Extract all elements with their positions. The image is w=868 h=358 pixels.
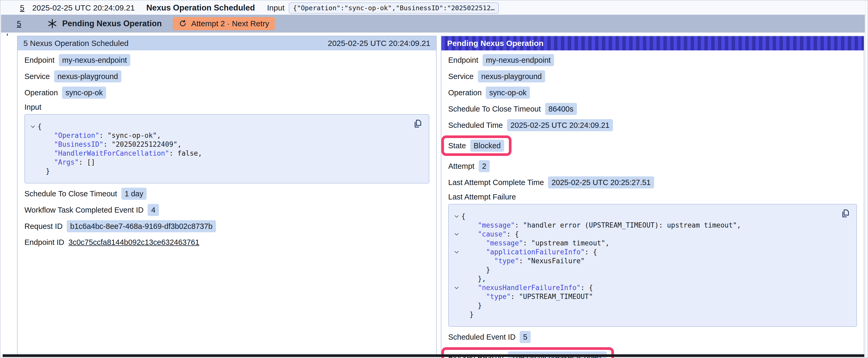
code-text: "HandlerWaitForCancellation": false, — [37, 149, 202, 158]
scheduled-card-timestamp: 2025-02-25 UTC 20:24:09.21 — [328, 39, 430, 48]
pending-card-title: Pending Nexus Operation — [447, 39, 544, 48]
code-line: "message": "handler error (UPSTREAM_TIME… — [452, 221, 838, 230]
viewport-right-edge — [865, 1, 866, 357]
code-line: "Operation": "sync-op-ok", — [28, 131, 410, 140]
code-line: "type": "UPSTREAM_TIMEOUT" — [452, 292, 838, 301]
code-line: "BusinessID": "20250225122409", — [28, 140, 410, 149]
code-text: "nexusHandlerFailureInfo": { — [461, 283, 593, 292]
detail-field-last-attempt-complete-time: Last Attempt Complete Time2025-02-25 UTC… — [448, 176, 857, 189]
detail-field-attempt: Attempt2 — [448, 160, 857, 172]
event-id-link[interactable]: 5 — [17, 19, 21, 28]
detail-field-input: Input{ "Operation": "sync-op-ok", "Busin… — [25, 103, 429, 184]
scheduled-card-header: 5 Nexus Operation Scheduled 2025-02-25 U… — [18, 36, 436, 51]
code-gutter — [452, 256, 461, 265]
collapse-chevron-icon[interactable] — [28, 122, 37, 131]
field-label: Endpoint — [448, 56, 478, 65]
event-row-pending[interactable]: 5 Pending Nexus Operation Attempt 2 · Ne… — [1, 15, 865, 33]
field-content: StateBlocked — [448, 140, 504, 152]
collapse-chevron-icon[interactable] — [452, 248, 461, 256]
pending-asterisk-icon — [47, 19, 58, 29]
code-text: } — [37, 167, 50, 175]
event-id-link[interactable]: 5 — [20, 3, 25, 12]
detail-field-schedule-to-close-timeout: Schedule To Close Timeout86400s — [448, 103, 857, 115]
code-line: "message": "upstream timeout", — [452, 238, 838, 248]
code-gutter — [28, 167, 37, 175]
field-label: Request ID — [25, 222, 63, 231]
field-label: Endpoint — [25, 56, 55, 65]
field-value-badge: my-nexus-endpoint — [483, 54, 554, 66]
field-content: Attempt2 — [448, 160, 490, 172]
code-gutter — [28, 158, 37, 167]
annotation-highlight: StateBlocked — [441, 135, 512, 156]
retry-badge-label: Attempt 2 · Next Retry — [191, 19, 269, 28]
retry-icon — [179, 20, 187, 28]
field-label: Service — [448, 72, 474, 81]
field-content: Schedule To Close Timeout86400s — [448, 103, 577, 115]
event-detail-cards: 5 Nexus Operation Scheduled 2025-02-25 U… — [17, 36, 864, 355]
detail-field-last-attempt-failure: Last Attempt Failure{ "message": "handle… — [448, 193, 857, 327]
field-value-badge: nexus-playground — [478, 70, 546, 83]
code-text: "Args": [] — [37, 158, 95, 167]
detail-field-scheduled-time: Scheduled Time2025-02-25 UTC 20:24:09.21 — [448, 119, 857, 131]
event-row-scheduled[interactable]: 5 2025-02-25 UTC 20:24:09.21 Nexus Opera… — [1, 1, 865, 15]
pending-operation-card: Pending Nexus Operation Endpointmy-nexus… — [441, 36, 864, 355]
field-label: State — [448, 141, 466, 150]
field-label: Operation — [448, 89, 482, 97]
copy-icon[interactable] — [840, 208, 851, 219]
code-gutter — [452, 310, 461, 319]
event-history-expanded-view: 5 2025-02-25 UTC 20:24:09.21 Nexus Opera… — [0, 0, 868, 358]
detail-field-endpoint: Endpointmy-nexus-endpoint — [25, 54, 429, 66]
collapse-chevron-icon[interactable] — [452, 230, 461, 238]
field-value-badge: 2 — [479, 160, 490, 172]
code-text: "type": "NexusFailure" — [461, 256, 585, 265]
code-text: "message": "handler error (UPSTREAM_TIME… — [461, 221, 741, 230]
code-text: "cause": { — [461, 230, 519, 238]
scheduled-card-title: 5 Nexus Operation Scheduled — [23, 39, 128, 48]
field-content: Last Attempt Complete Time2025-02-25 UTC… — [448, 176, 654, 189]
code-gutter — [452, 292, 461, 301]
code-text: } — [461, 265, 490, 274]
detail-field-operation: Operationsync-op-ok — [448, 87, 857, 99]
code-line: "applicationFailureInfo": { — [452, 248, 838, 256]
field-content: Schedule To Close Timeout1 day — [25, 188, 147, 200]
retry-status-badge: Attempt 2 · Next Retry — [173, 17, 275, 30]
detail-field-endpoint-id: Endpoint ID3c0c75ccfa8144b092c13ce632463… — [25, 236, 429, 248]
field-value-badge: sync-op-ok — [486, 87, 530, 99]
field-value-badge: 4 — [148, 204, 159, 216]
detail-field-service: Servicenexus-playground — [25, 70, 429, 83]
field-label: Last Attempt Failure — [448, 193, 857, 201]
field-content: Scheduled Time2025-02-25 UTC 20:24:09.21 — [448, 119, 613, 131]
code-gutter — [452, 274, 461, 283]
field-label: Schedule To Close Timeout — [25, 190, 117, 198]
pending-title: Pending Nexus Operation — [62, 19, 162, 28]
copy-icon[interactable] — [412, 118, 423, 129]
detail-field-request-id: Request IDb1c6a4bc-8ee7-468a-9169-df3b02… — [25, 220, 429, 232]
code-text: "Operation": "sync-op-ok", — [37, 131, 161, 140]
collapse-chevron-icon[interactable] — [452, 212, 461, 221]
field-value-badge: 2025-02-25 UTC 20:24:09.21 — [507, 119, 613, 131]
code-line: } — [452, 265, 838, 274]
code-text: { — [37, 122, 42, 131]
field-content: Servicenexus-playground — [448, 70, 545, 83]
detail-field-workflow-task-completed-event-id: Workflow Task Completed Event ID4 — [25, 204, 429, 216]
detail-field-operation: Operationsync-op-ok — [25, 87, 429, 99]
code-gutter — [452, 265, 461, 274]
code-line: { — [28, 122, 410, 131]
code-text: "type": "UPSTREAM_TIMEOUT" — [461, 292, 593, 301]
detail-field-schedule-to-close-timeout: Schedule To Close Timeout1 day — [25, 188, 429, 200]
field-value-link[interactable]: 3c0c75ccfa8144b092c13ce632463761 — [68, 238, 199, 247]
field-content: Servicenexus-playground — [25, 70, 121, 83]
field-content: Operationsync-op-ok — [448, 87, 530, 99]
collapse-chevron-icon[interactable] — [452, 283, 461, 292]
field-content: Operationsync-op-ok — [25, 87, 106, 99]
code-text: "applicationFailureInfo": { — [461, 248, 597, 256]
pending-card-header: Pending Nexus Operation — [441, 36, 864, 51]
input-label: Input — [267, 3, 284, 12]
field-value-badge: 1 day — [121, 188, 147, 200]
scheduled-card-body: Endpointmy-nexus-endpointServicenexus-pl… — [18, 51, 436, 258]
code-line: "HandlerWaitForCancellation": false, — [28, 149, 410, 158]
field-content: Scheduled Event ID5 — [448, 331, 531, 343]
section-bottom-divider — [3, 354, 864, 357]
code-text: } — [461, 301, 482, 310]
code-gutter — [452, 238, 461, 248]
